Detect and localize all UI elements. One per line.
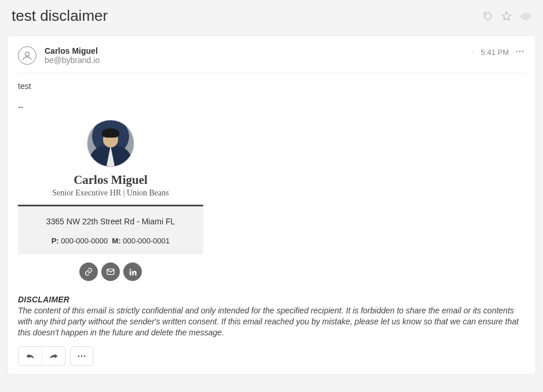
star-icon[interactable] — [501, 11, 512, 21]
forward-button[interactable] — [42, 347, 65, 365]
linkedin-icon[interactable] — [123, 262, 142, 281]
phone-m-label: M: — [112, 236, 121, 245]
phone-m-value: 000-000-0001 — [123, 236, 170, 245]
mail-icon[interactable] — [101, 262, 120, 281]
tag-icon[interactable] — [483, 11, 493, 21]
action-bar — [18, 346, 525, 366]
phone-p-value: 000-000-0000 — [61, 236, 108, 245]
page-title: test disclaimer — [12, 7, 108, 25]
message-card: Carlos Miguel be@bybrand.io 5:41 PM test… — [7, 35, 536, 375]
signature-role: Senior Executive HR | Union Beans — [18, 188, 203, 198]
more-actions-button[interactable] — [70, 346, 93, 366]
sender-email: be@bybrand.io — [45, 56, 469, 65]
reply-button[interactable] — [19, 347, 42, 365]
svg-point-5 — [519, 51, 520, 52]
signature-separator: -- — [18, 102, 525, 112]
svg-point-3 — [25, 52, 30, 56]
svg-point-0 — [486, 13, 487, 14]
svg-point-2 — [524, 14, 527, 17]
svg-point-9 — [129, 268, 131, 270]
message-body: test -- Carlos Miguel Senior Executive H… — [18, 73, 525, 366]
signature-address: 3365 NW 22th Street Rd - Miami FL — [23, 217, 199, 226]
svg-point-10 — [78, 355, 79, 357]
message-header: Carlos Miguel be@bybrand.io 5:41 PM — [18, 46, 525, 73]
eye-icon[interactable] — [520, 11, 531, 21]
signature-card: Carlos Miguel Senior Executive HR | Unio… — [18, 115, 203, 281]
phone-p-label: P: — [52, 236, 59, 245]
disclaimer-text: The content of this email is strictly co… — [18, 305, 525, 338]
body-text: test — [18, 82, 525, 91]
disclaimer-title: DISCLAIMER — [18, 295, 525, 304]
message-time: 5:41 PM — [481, 48, 509, 57]
svg-rect-8 — [129, 271, 131, 275]
more-icon[interactable] — [515, 46, 525, 58]
header-action-icons — [483, 11, 531, 21]
disclaimer-block: DISCLAIMER The content of this email is … — [18, 295, 525, 338]
chevron-right-icon — [469, 48, 475, 57]
signature-photo — [87, 120, 134, 167]
link-icon[interactable] — [79, 262, 98, 281]
avatar — [18, 46, 36, 65]
svg-point-4 — [516, 51, 518, 52]
svg-point-11 — [81, 355, 83, 357]
svg-point-12 — [84, 355, 86, 357]
svg-marker-1 — [502, 12, 511, 20]
signature-phones: P: 000-000-0000 M: 000-000-0001 — [23, 236, 199, 245]
sender-name: Carlos Miguel — [45, 46, 469, 56]
signature-name: Carlos Miguel — [18, 173, 203, 187]
svg-point-6 — [522, 51, 523, 52]
